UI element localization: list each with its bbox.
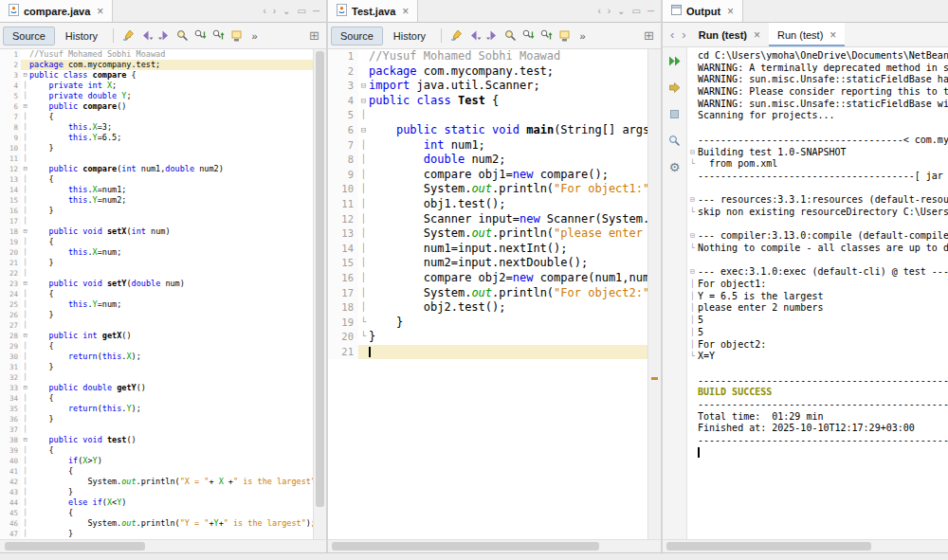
line-number[interactable]: 20 xyxy=(0,247,21,258)
find-selection-icon[interactable] xyxy=(501,27,520,45)
scroll-tabs-right-icon[interactable]: › xyxy=(273,6,276,16)
line-number[interactable]: 46 xyxy=(0,518,21,529)
split-editor-icon[interactable]: ⊞ xyxy=(640,27,658,45)
line-number[interactable]: 37 xyxy=(0,425,21,435)
history-view-button[interactable]: History xyxy=(384,27,435,45)
close-icon[interactable]: × xyxy=(97,6,103,17)
line-number[interactable]: 2 xyxy=(0,60,21,70)
line-number[interactable]: 16 xyxy=(0,206,21,216)
minimize-icon[interactable]: ─ xyxy=(647,6,654,16)
horizontal-scrollbar[interactable] xyxy=(663,539,948,552)
line-number[interactable]: 9 xyxy=(0,133,21,143)
scroll-tabs-left-icon[interactable]: ‹ xyxy=(597,6,600,16)
line-number[interactable]: 1 xyxy=(328,49,358,64)
line-number[interactable]: 18 xyxy=(328,300,358,316)
source-view-button[interactable]: Source xyxy=(3,27,55,45)
rerun-icon[interactable] xyxy=(665,52,684,70)
forward-icon[interactable] xyxy=(483,27,501,45)
fold-toggle-icon[interactable]: ⊟ xyxy=(21,70,29,81)
minimize-icon[interactable]: ─ xyxy=(313,6,319,16)
line-number[interactable]: 22 xyxy=(0,268,21,279)
previous-tab-icon[interactable]: ‹ xyxy=(666,27,678,42)
line-number[interactable]: 13 xyxy=(0,174,21,185)
find-selection-icon[interactable] xyxy=(173,27,191,45)
maximize-icon[interactable]: ▭ xyxy=(631,6,640,16)
line-number[interactable]: 45 xyxy=(0,508,21,518)
find-prev-icon[interactable] xyxy=(210,27,228,45)
fold-toggle-icon[interactable]: ⊟ xyxy=(687,194,698,207)
line-number[interactable]: 23 xyxy=(0,279,21,289)
line-number[interactable]: 17 xyxy=(0,216,21,226)
line-number[interactable]: 14 xyxy=(0,185,21,195)
find-next-icon[interactable] xyxy=(191,27,210,45)
line-number[interactable]: 26 xyxy=(0,310,21,320)
code-editor-compare[interactable]: 1 //Yusuf Mohamed Sobhi Moawad2 package … xyxy=(0,49,326,539)
scroll-tabs-left-icon[interactable]: ‹ xyxy=(263,6,265,16)
line-number[interactable]: 6 xyxy=(328,123,358,138)
fold-toggle-icon[interactable]: ⊟ xyxy=(687,266,698,279)
scrollbar-thumb[interactable] xyxy=(5,542,145,551)
toggle-highlight-icon[interactable] xyxy=(228,27,246,45)
line-number[interactable]: 4 xyxy=(0,81,21,91)
stop-icon[interactable] xyxy=(665,105,684,123)
find-icon[interactable] xyxy=(665,132,684,150)
line-number[interactable]: 11 xyxy=(0,154,21,164)
split-editor-icon[interactable]: ⊞ xyxy=(305,27,323,45)
line-number[interactable]: 15 xyxy=(0,195,21,206)
line-number[interactable]: 8 xyxy=(0,122,21,133)
fold-toggle-icon[interactable]: ⊟ xyxy=(21,435,29,445)
line-number[interactable]: 6 xyxy=(0,101,21,112)
close-icon[interactable]: × xyxy=(830,29,836,41)
source-view-button[interactable]: Source xyxy=(331,27,383,45)
find-prev-icon[interactable] xyxy=(538,27,556,45)
line-number[interactable]: 1 xyxy=(0,49,21,60)
fold-toggle-icon[interactable]: ⊟ xyxy=(358,123,369,138)
line-number[interactable]: 24 xyxy=(0,289,21,299)
line-number[interactable]: 20 xyxy=(328,330,358,345)
line-number[interactable]: 32 xyxy=(0,372,21,383)
overflow-icon[interactable]: » xyxy=(246,27,264,45)
tab-list-icon[interactable]: ⌄ xyxy=(617,6,625,16)
line-number[interactable]: 18 xyxy=(0,226,21,237)
line-number[interactable]: 38 xyxy=(0,435,21,445)
line-number[interactable]: 42 xyxy=(0,477,21,487)
options-icon[interactable]: ⚙ xyxy=(665,158,684,176)
scrollbar-thumb[interactable] xyxy=(316,51,324,507)
line-number[interactable]: 27 xyxy=(0,320,21,331)
line-number[interactable]: 10 xyxy=(328,182,358,197)
line-number[interactable]: 7 xyxy=(328,138,358,154)
tab-compare-java[interactable]: compare.java × xyxy=(0,0,113,22)
horizontal-scrollbar[interactable] xyxy=(0,539,326,552)
line-number[interactable]: 43 xyxy=(0,487,21,497)
line-number[interactable]: 36 xyxy=(0,414,21,425)
horizontal-scrollbar[interactable] xyxy=(328,539,661,552)
line-number[interactable]: 9 xyxy=(328,168,358,183)
fold-toggle-icon[interactable]: ⊟ xyxy=(21,226,29,237)
scrollbar-thumb[interactable] xyxy=(666,542,871,551)
fold-toggle-icon[interactable]: ⊟ xyxy=(21,101,29,112)
line-number[interactable]: 5 xyxy=(0,91,21,101)
line-number[interactable]: 28 xyxy=(0,331,21,341)
line-number[interactable]: 35 xyxy=(0,404,21,414)
back-icon[interactable] xyxy=(137,27,155,45)
line-number[interactable]: 39 xyxy=(0,445,21,456)
line-number[interactable]: 12 xyxy=(0,164,21,174)
line-number[interactable]: 7 xyxy=(0,112,21,122)
fold-toggle-icon[interactable]: ⊟ xyxy=(21,164,29,174)
find-next-icon[interactable] xyxy=(520,27,538,45)
back-icon[interactable] xyxy=(465,27,483,45)
line-number[interactable]: 3 xyxy=(0,70,21,81)
maximize-icon[interactable]: ▭ xyxy=(297,6,305,16)
last-edit-icon[interactable] xyxy=(447,27,465,45)
line-number[interactable]: 3 xyxy=(328,79,358,94)
fold-toggle-icon[interactable]: ⊟ xyxy=(21,331,29,341)
line-number[interactable]: 29 xyxy=(0,341,21,352)
last-edit-icon[interactable] xyxy=(119,27,137,45)
close-icon[interactable]: × xyxy=(727,6,734,17)
line-number[interactable]: 44 xyxy=(0,497,21,508)
line-number[interactable]: 14 xyxy=(328,242,358,257)
code-editor-test[interactable]: 1 //Yusuf Mohamed Sobhi Moawad2 package … xyxy=(328,49,661,539)
close-icon[interactable]: × xyxy=(754,29,760,41)
fold-toggle-icon[interactable]: ⊟ xyxy=(687,230,698,243)
tab-list-icon[interactable]: ⌄ xyxy=(283,6,290,16)
